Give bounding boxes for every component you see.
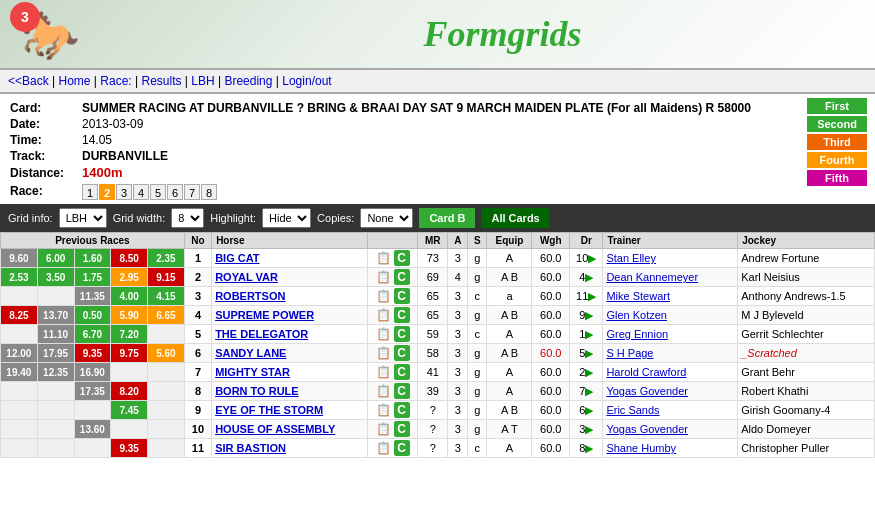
jockey-name[interactable]: Karl Neisius bbox=[738, 268, 875, 287]
jockey-name[interactable]: M J Byleveld bbox=[738, 306, 875, 325]
form-cell bbox=[1, 420, 38, 439]
horse-name[interactable]: ROYAL VAR bbox=[212, 268, 368, 287]
horse-name[interactable]: SUPREME POWER bbox=[212, 306, 368, 325]
age-value: 3 bbox=[448, 325, 468, 344]
jockey-name[interactable]: _Scratched bbox=[738, 344, 875, 363]
jockey-name[interactable]: Anthony Andrews-1.5 bbox=[738, 287, 875, 306]
weight-value: 60.0 bbox=[532, 306, 570, 325]
horse-name[interactable]: HOUSE OF ASSEMBLY bbox=[212, 420, 368, 439]
col-icon bbox=[367, 233, 417, 249]
equip-value: A T bbox=[487, 420, 532, 439]
jockey-name[interactable]: Aldo Domeyer bbox=[738, 420, 875, 439]
horse-name[interactable]: ROBERTSON bbox=[212, 287, 368, 306]
form-cell: 9.35 bbox=[74, 344, 111, 363]
mr-value: ? bbox=[418, 401, 448, 420]
form-cell: 2.95 bbox=[111, 268, 148, 287]
race-num-4[interactable]: 4 bbox=[133, 184, 149, 200]
trainer-name[interactable]: Greg Ennion bbox=[603, 325, 738, 344]
col-jockey: Jockey bbox=[738, 233, 875, 249]
sex-value: g bbox=[468, 344, 487, 363]
race-num-3[interactable]: 3 bbox=[116, 184, 132, 200]
sex-value: g bbox=[468, 401, 487, 420]
mr-value: 58 bbox=[418, 344, 448, 363]
nav-home[interactable]: Home bbox=[59, 74, 91, 88]
trainer-name[interactable]: Stan Elley bbox=[603, 249, 738, 268]
jockey-name[interactable]: Christopher Puller bbox=[738, 439, 875, 458]
time-label: Time: bbox=[10, 133, 80, 147]
horse-name[interactable]: MIGHTY STAR bbox=[212, 363, 368, 382]
nav-back[interactable]: <<Back bbox=[8, 74, 49, 88]
draw-value: 3▶ bbox=[570, 420, 603, 439]
col-equip: Equip bbox=[487, 233, 532, 249]
distance-label: Distance: bbox=[10, 165, 80, 180]
highlight-label: Highlight: bbox=[210, 212, 256, 224]
jockey-name[interactable]: Girish Goomany-4 bbox=[738, 401, 875, 420]
trainer-name[interactable]: Yogas Govender bbox=[603, 382, 738, 401]
trainer-name[interactable]: Dean Kannemeyer bbox=[603, 268, 738, 287]
badge-second: Second bbox=[807, 116, 867, 132]
equip-value: A bbox=[487, 382, 532, 401]
equip-value: A bbox=[487, 363, 532, 382]
form-cell bbox=[1, 325, 38, 344]
race-num-2[interactable]: 2 bbox=[99, 184, 115, 200]
race-num-8[interactable]: 8 bbox=[201, 184, 217, 200]
horse-number: 5 bbox=[184, 325, 211, 344]
jockey-name[interactable]: Andrew Fortune bbox=[738, 249, 875, 268]
horse-name[interactable]: EYE OF THE STORM bbox=[212, 401, 368, 420]
trainer-name[interactable]: Shane Humby bbox=[603, 439, 738, 458]
highlight-select[interactable]: Hide bbox=[262, 208, 311, 228]
weight-value: 60.0 bbox=[532, 439, 570, 458]
sex-value: c bbox=[468, 439, 487, 458]
equip-value: A B bbox=[487, 306, 532, 325]
age-value: 3 bbox=[448, 249, 468, 268]
trainer-name[interactable]: Mike Stewart bbox=[603, 287, 738, 306]
horse-number: 3 bbox=[184, 287, 211, 306]
date-label: Date: bbox=[10, 117, 80, 131]
horse-name[interactable]: SANDY LANE bbox=[212, 344, 368, 363]
horse-name[interactable]: BIG CAT bbox=[212, 249, 368, 268]
race-num-6[interactable]: 6 bbox=[167, 184, 183, 200]
form-cell: 1.60 bbox=[74, 249, 111, 268]
mr-value: 59 bbox=[418, 325, 448, 344]
distance-value: 1400m bbox=[82, 165, 865, 180]
sex-value: g bbox=[468, 268, 487, 287]
col-mr: MR bbox=[418, 233, 448, 249]
race-num-7[interactable]: 7 bbox=[184, 184, 200, 200]
trainer-name[interactable]: Eric Sands bbox=[603, 401, 738, 420]
col-wgh: Wgh bbox=[532, 233, 570, 249]
trainer-name[interactable]: Yogas Govender bbox=[603, 420, 738, 439]
horse-name[interactable]: SIR BASTION bbox=[212, 439, 368, 458]
all-cards-button[interactable]: All Cards bbox=[481, 208, 549, 228]
nav-login[interactable]: Login/out bbox=[282, 74, 331, 88]
nav-cards[interactable]: Race: bbox=[100, 74, 131, 88]
jockey-name[interactable]: Gerrit Schlechter bbox=[738, 325, 875, 344]
form-cell: 13.70 bbox=[37, 306, 74, 325]
grid-info-select[interactable]: LBH bbox=[59, 208, 107, 228]
mr-value: 65 bbox=[418, 287, 448, 306]
draw-value: 8▶ bbox=[570, 439, 603, 458]
trainer-name[interactable]: Glen Kotzen bbox=[603, 306, 738, 325]
form-cell: 11.10 bbox=[37, 325, 74, 344]
copies-select[interactable]: None bbox=[360, 208, 413, 228]
horse-name[interactable]: THE DELEGATOR bbox=[212, 325, 368, 344]
badge-fifth: Fifth bbox=[807, 170, 867, 186]
nav-results[interactable]: Results bbox=[141, 74, 181, 88]
col-horse: Horse bbox=[212, 233, 368, 249]
form-cell: 17.35 bbox=[74, 382, 111, 401]
nav-lbh[interactable]: LBH bbox=[191, 74, 214, 88]
race-num-1[interactable]: 1 bbox=[82, 184, 98, 200]
trainer-name[interactable]: Harold Crawford bbox=[603, 363, 738, 382]
form-cell: 7.45 bbox=[111, 401, 148, 420]
weight-value: 60.0 bbox=[532, 268, 570, 287]
nav-breeding[interactable]: Breeding bbox=[224, 74, 272, 88]
grid-width-select[interactable]: 8 bbox=[171, 208, 204, 228]
race-table: Previous Races No Horse MR A S Equip Wgh… bbox=[0, 232, 875, 458]
card-b-button[interactable]: Card B bbox=[419, 208, 475, 228]
race-num-5[interactable]: 5 bbox=[150, 184, 166, 200]
jockey-name[interactable]: Grant Behr bbox=[738, 363, 875, 382]
col-dr: Dr bbox=[570, 233, 603, 249]
jockey-name[interactable]: Robert Khathi bbox=[738, 382, 875, 401]
horse-name[interactable]: BORN TO RULE bbox=[212, 382, 368, 401]
badge-first: First bbox=[807, 98, 867, 114]
trainer-name[interactable]: S H Page bbox=[603, 344, 738, 363]
